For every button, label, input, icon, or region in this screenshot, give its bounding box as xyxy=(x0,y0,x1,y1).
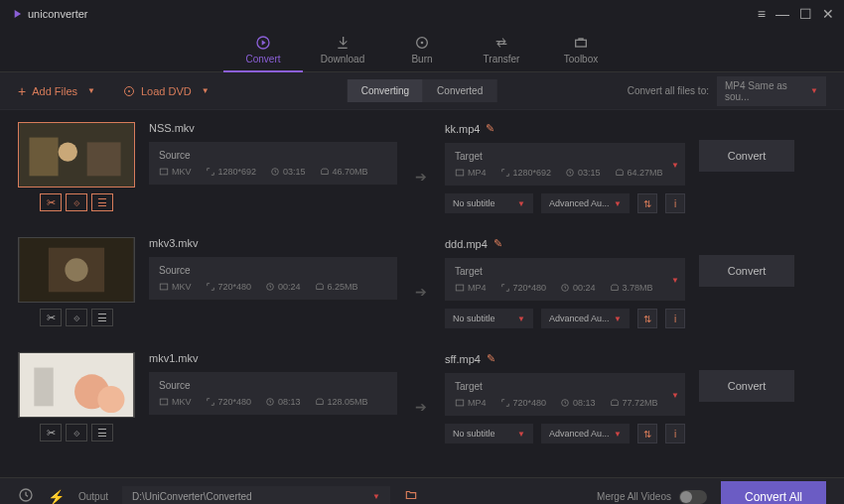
subtitle-select[interactable]: No subtitle▼ xyxy=(445,193,533,213)
video-thumbnail[interactable] xyxy=(18,352,135,418)
source-info: Source MKV 720*480 00:24 6.25MB xyxy=(149,257,397,300)
list-item: ✂ ⟐ ☰ NSS.mkv Source MKV 1280*692 03:15 … xyxy=(0,110,844,225)
tab-transfer[interactable]: Transfer xyxy=(462,28,541,71)
chevron-down-icon[interactable]: ▼ xyxy=(671,390,679,399)
tab-download[interactable]: Download xyxy=(303,28,382,71)
thumb-tools: ✂ ⟐ ☰ xyxy=(18,309,135,326)
info-icon[interactable]: i xyxy=(665,193,685,213)
resolution: 720*480 xyxy=(206,282,252,292)
output-format-select[interactable]: MP4 Same as sou... ▼ xyxy=(717,76,826,106)
format-badge: MP4 xyxy=(455,283,487,293)
maximize-icon[interactable]: ☐ xyxy=(799,6,812,22)
svg-rect-9 xyxy=(87,142,121,176)
source-column: mkv3.mkv Source MKV 720*480 00:24 6.25MB xyxy=(149,237,397,300)
tune-icon[interactable]: ⇅ xyxy=(637,193,657,213)
audio-select[interactable]: Advanced Au...▼ xyxy=(541,424,630,443)
edit-icon[interactable]: ✎ xyxy=(493,237,502,250)
resolution: 720*480 xyxy=(206,397,252,407)
target-info[interactable]: Target MP4 720*480 00:24 3.78MB ▼ xyxy=(445,258,685,301)
resolution: 720*480 xyxy=(500,283,547,293)
toolbar: + Add Files ▼ Load DVD ▼ Converting Conv… xyxy=(0,72,844,110)
info-icon[interactable]: i xyxy=(665,309,685,328)
tab-burn[interactable]: Burn xyxy=(382,28,462,71)
video-thumbnail[interactable] xyxy=(18,122,135,188)
svg-point-5 xyxy=(128,90,130,92)
folder-open-icon[interactable] xyxy=(404,488,418,504)
chevron-down-icon: ▼ xyxy=(202,86,210,95)
output-path-field[interactable]: D:\UniConverter\Converted ▼ xyxy=(122,486,390,504)
transfer-icon xyxy=(493,35,509,51)
subtab-converting[interactable]: Converting xyxy=(348,79,423,102)
settings-icon[interactable]: ☰ xyxy=(91,309,113,326)
source-filename: NSS.mkv xyxy=(149,122,397,134)
add-files-button[interactable]: + Add Files ▼ xyxy=(18,83,95,99)
menu-icon[interactable]: ≡ xyxy=(758,6,766,22)
filesize: 6.25MB xyxy=(315,282,358,292)
settings-icon[interactable]: ☰ xyxy=(91,193,113,211)
target-column: sff.mp4 ✎ Target MP4 720*480 08:13 77.72… xyxy=(445,352,685,443)
duration: 08:13 xyxy=(265,397,301,407)
close-icon[interactable]: ✕ xyxy=(822,6,834,22)
filesize: 3.78MB xyxy=(610,283,653,293)
main-tabs: Convert Download Burn Transfer Toolbox xyxy=(0,28,844,72)
options-row: No subtitle▼ Advanced Au...▼ ⇅ i xyxy=(445,424,685,443)
resolution: 1280*692 xyxy=(206,167,257,177)
tab-toolbox[interactable]: Toolbox xyxy=(541,28,621,71)
svg-point-8 xyxy=(59,142,77,161)
crop-icon[interactable]: ⟐ xyxy=(66,193,87,211)
tune-icon[interactable]: ⇅ xyxy=(637,424,657,443)
convert-button[interactable]: Convert xyxy=(699,140,794,172)
edit-icon[interactable]: ✎ xyxy=(487,352,495,365)
resolution: 1280*692 xyxy=(500,168,552,178)
cut-icon[interactable]: ✂ xyxy=(40,424,62,441)
crop-icon[interactable]: ⟐ xyxy=(66,309,87,326)
svg-rect-17 xyxy=(160,284,168,290)
audio-select[interactable]: Advanced Au...▼ xyxy=(541,309,630,328)
chevron-down-icon[interactable]: ▼ xyxy=(671,275,679,284)
audio-select[interactable]: Advanced Au...▼ xyxy=(541,193,630,213)
clock-icon[interactable] xyxy=(18,487,34,504)
disc-icon xyxy=(123,85,135,97)
subtitle-select[interactable]: No subtitle▼ xyxy=(445,424,533,443)
merge-toggle[interactable] xyxy=(679,490,707,504)
edit-icon[interactable]: ✎ xyxy=(486,122,494,135)
settings-icon[interactable]: ☰ xyxy=(91,424,113,441)
info-icon[interactable]: i xyxy=(665,424,685,443)
cut-icon[interactable]: ✂ xyxy=(40,193,62,211)
svg-point-16 xyxy=(65,258,87,281)
cut-icon[interactable]: ✂ xyxy=(40,309,62,326)
duration: 03:15 xyxy=(270,167,306,177)
source-info: Source MKV 720*480 08:13 128.05MB xyxy=(149,372,397,415)
list-item: ✂ ⟐ ☰ mkv3.mkv Source MKV 720*480 00:24 … xyxy=(0,225,844,340)
download-icon xyxy=(335,35,351,51)
minimize-icon[interactable]: — xyxy=(775,6,789,22)
subtitle-select[interactable]: No subtitle▼ xyxy=(445,309,533,328)
convert-button[interactable]: Convert xyxy=(699,255,794,287)
speed-icon[interactable]: ⚡ xyxy=(48,489,65,505)
svg-point-2 xyxy=(421,42,424,45)
resolution: 720*480 xyxy=(500,398,547,408)
list-item: ✂ ⟐ ☰ mkv1.mkv Source MKV 720*480 08:13 … xyxy=(0,340,844,455)
thumbnail-column: ✂ ⟐ ☰ xyxy=(18,237,135,326)
format-badge: MKV xyxy=(159,282,192,292)
format-badge: MP4 xyxy=(455,398,487,408)
convert-button[interactable]: Convert xyxy=(699,370,794,402)
tab-convert[interactable]: Convert xyxy=(223,28,303,71)
convert-all-button[interactable]: Convert All xyxy=(721,481,826,505)
svg-rect-7 xyxy=(29,138,58,177)
svg-rect-27 xyxy=(456,400,464,406)
chevron-down-icon[interactable]: ▼ xyxy=(671,160,679,169)
output-label: Output xyxy=(78,491,108,502)
app-logo: uniconverter xyxy=(10,7,88,21)
crop-icon[interactable]: ⟐ xyxy=(66,424,87,441)
play-logo-icon xyxy=(10,7,24,21)
target-info[interactable]: Target MP4 720*480 08:13 77.72MB ▼ xyxy=(445,373,685,416)
subtab-converted[interactable]: Converted xyxy=(423,79,496,102)
target-filename: kk.mp4 ✎ xyxy=(445,122,685,135)
tune-icon[interactable]: ⇅ xyxy=(637,309,657,328)
svg-rect-19 xyxy=(456,285,464,291)
burn-icon xyxy=(414,35,430,51)
video-thumbnail[interactable] xyxy=(18,237,135,303)
target-info[interactable]: Target MP4 1280*692 03:15 64.27MB ▼ xyxy=(445,143,685,186)
load-dvd-button[interactable]: Load DVD ▼ xyxy=(123,85,210,97)
